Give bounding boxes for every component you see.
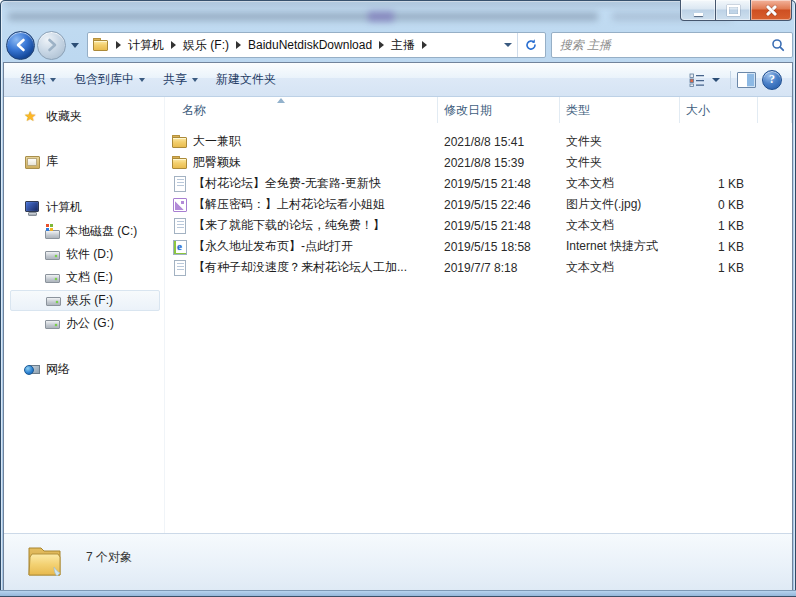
sidebar-item-label: 软件 (D:) [66, 246, 113, 263]
details-pane: 7 个对象 [4, 533, 792, 590]
sidebar-item[interactable]: 本地磁盘 (C:) [10, 221, 160, 242]
client-area: 组织 包含到库中 共享 新建文件夹 [3, 62, 793, 591]
toolbar-button[interactable]: 共享 [154, 66, 207, 93]
column-header-date[interactable]: 修改日期 [438, 97, 560, 123]
titlebar[interactable] [0, 0, 796, 28]
refresh-button[interactable] [517, 33, 545, 57]
folder-icon [172, 134, 188, 150]
file-type: 图片文件(.jpg) [560, 196, 680, 213]
breadcrumb-item[interactable]: BaiduNetdiskDownload [248, 38, 372, 52]
address-bar[interactable]: 计算机 娱乐 (F:) BaiduNetdiskDownload 主播 [87, 32, 546, 58]
file-size: 1 KB [680, 177, 758, 191]
file-type: 文本文档 [560, 217, 680, 234]
sidebar-item-label: 收藏夹 [46, 108, 82, 125]
column-header-size[interactable]: 大小 [680, 97, 758, 123]
sidebar-item[interactable]: 文档 (E:) [10, 267, 160, 288]
close-button[interactable] [750, 0, 792, 21]
file-row[interactable]: 大一兼职 2021/8/8 15:41 文件夹 [167, 131, 792, 152]
file-row[interactable]: 【来了就能下载的论坛，纯免费！】 2019/5/15 21:48 文本文档 1 … [167, 215, 792, 236]
column-header-label: 类型 [566, 102, 590, 119]
drive-icon [44, 316, 60, 332]
toolbar-button[interactable]: 组织 [12, 66, 65, 93]
file-row[interactable]: 【有种子却没速度？来村花论坛人工加... 2019/7/7 8:18 文本文档 … [167, 257, 792, 278]
breadcrumb-arrow-icon [422, 41, 427, 49]
breadcrumb-item[interactable]: 娱乐 (F:) [183, 37, 229, 54]
help-button[interactable] [762, 70, 782, 90]
back-button[interactable] [6, 31, 35, 60]
file-date-modified: 2021/8/8 15:39 [438, 156, 560, 170]
views-dropdown-icon[interactable] [712, 78, 720, 82]
file-name: 【村花论坛】全免费-无套路-更新快 [193, 175, 381, 192]
file-date-modified: 2019/5/15 21:48 [438, 219, 560, 233]
breadcrumb-arrow-icon [171, 41, 176, 49]
libraries-icon [24, 154, 40, 170]
computer-icon [24, 200, 40, 216]
file-row[interactable]: 肥臀颖妹 2021/8/8 15:39 文件夹 [167, 152, 792, 173]
recent-pages-dropdown-icon[interactable] [71, 43, 79, 48]
restore-button[interactable] [716, 0, 750, 21]
sidebar-item-label: 网络 [46, 361, 70, 378]
restore-icon [727, 5, 740, 16]
address-folder-icon [93, 37, 109, 53]
file-name: 【永久地址发布页】-点此打开 [193, 238, 353, 255]
search-icon[interactable] [771, 38, 785, 52]
column-header-type[interactable]: 类型 [560, 97, 680, 123]
network-icon [24, 362, 40, 378]
search-input[interactable] [552, 38, 771, 52]
minimize-button[interactable] [680, 0, 716, 21]
text-file-icon [172, 218, 188, 234]
file-name: 【有种子却没速度？来村花论坛人工加... [193, 259, 407, 276]
sidebar-item[interactable]: 计算机 [10, 197, 160, 218]
sidebar-item-label: 办公 (G:) [66, 315, 114, 332]
file-date-modified: 2019/5/15 22:46 [438, 198, 560, 212]
file-row[interactable]: 【村花论坛】全免费-无套路-更新快 2019/5/15 21:48 文本文档 1… [167, 173, 792, 194]
sidebar-item[interactable]: 娱乐 (F:) [10, 290, 160, 311]
file-type: 文件夹 [560, 133, 680, 150]
address-dropdown-button[interactable] [499, 33, 517, 57]
drive-icon [45, 293, 61, 309]
explorer-window: 计算机 娱乐 (F:) BaiduNetdiskDownload 主播 [0, 0, 796, 597]
preview-pane-button[interactable] [737, 72, 756, 88]
breadcrumb-segment: 计算机 [109, 33, 164, 57]
sidebar-item[interactable]: 办公 (G:) [10, 313, 160, 334]
folder-icon [172, 155, 188, 171]
forward-button-disabled[interactable] [37, 31, 66, 60]
file-list-pane: 名称 修改日期 类型 大小 大一兼职 [167, 97, 792, 533]
back-arrow-icon [13, 37, 29, 53]
column-header-name[interactable]: 名称 [167, 97, 438, 123]
glass-blur-artifact [368, 11, 394, 22]
column-headers: 名称 修改日期 类型 大小 [167, 97, 792, 123]
sidebar-item[interactable]: 库 [10, 151, 160, 172]
file-name: 肥臀颖妹 [193, 154, 241, 171]
glass-blur-artifact [8, 12, 598, 21]
text-file-icon [172, 260, 188, 276]
sidebar-item-label: 娱乐 (F:) [67, 292, 113, 309]
image-file-icon [172, 197, 188, 213]
breadcrumb-item[interactable]: 计算机 [128, 37, 164, 54]
search-box [551, 32, 793, 58]
sidebar-item-label: 库 [46, 153, 58, 170]
toolbar-button-label: 新建文件夹 [216, 71, 276, 88]
toolbar-button[interactable]: 包含到库中 [65, 66, 154, 93]
file-size: 1 KB [680, 219, 758, 233]
file-type: 文件夹 [560, 154, 680, 171]
file-row[interactable]: 【永久地址发布页】-点此打开 2019/5/15 18:58 Internet … [167, 236, 792, 257]
file-type: 文本文档 [560, 175, 680, 192]
glass-blur-artifact [4, 0, 792, 6]
views-button[interactable] [685, 70, 724, 90]
sidebar-item[interactable]: 网络 [10, 359, 160, 380]
toolbar-button[interactable]: 新建文件夹 [207, 66, 285, 93]
sidebar-item[interactable]: 收藏夹 [10, 106, 160, 127]
file-row[interactable]: 【解压密码：】上村花论坛看小姐姐 2019/5/15 22:46 图片文件(.j… [167, 194, 792, 215]
file-date-modified: 2019/5/15 18:58 [438, 240, 560, 254]
sidebar-item[interactable]: 软件 (D:) [10, 244, 160, 265]
sidebar-item-label: 本地磁盘 (C:) [66, 223, 137, 240]
breadcrumb-item[interactable]: 主播 [391, 37, 415, 54]
file-size: 1 KB [680, 240, 758, 254]
minimize-icon [694, 13, 703, 16]
forward-arrow-icon [44, 37, 60, 53]
toolbar-button-label: 包含到库中 [74, 71, 134, 88]
column-header-label: 名称 [182, 102, 206, 119]
views-icon [689, 73, 706, 87]
breadcrumb-segment: 娱乐 (F:) [164, 33, 229, 57]
